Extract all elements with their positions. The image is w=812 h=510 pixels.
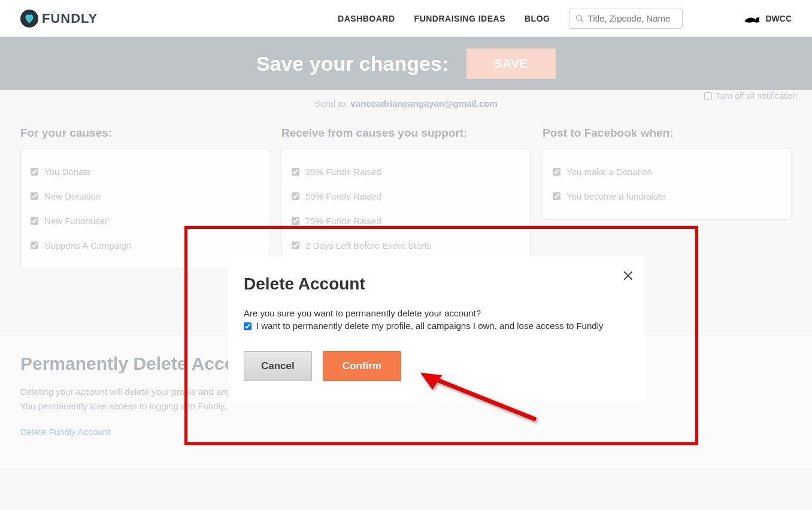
top-nav: DASHBOARD FUNDRAISING IDEAS BLOG DWCC <box>338 8 792 29</box>
search-box[interactable] <box>569 8 683 29</box>
delete-account-modal: Delete Account Are you sure you want to … <box>228 256 646 402</box>
user-name: DWCC <box>765 14 792 23</box>
modal-close-button[interactable] <box>622 270 634 284</box>
cancel-button[interactable]: Cancel <box>244 351 312 381</box>
modal-question: Are you sure you want to permanently del… <box>244 308 631 318</box>
logo-heart-icon <box>20 10 38 28</box>
nav-blog[interactable]: BLOG <box>525 14 550 23</box>
search-input[interactable] <box>588 13 677 23</box>
search-icon <box>575 14 584 23</box>
close-icon <box>622 270 634 282</box>
confirm-button[interactable]: Confirm <box>323 351 401 381</box>
modal-checkbox-label: I want to permanently delete my profile,… <box>256 321 603 331</box>
nav-fundraising-ideas[interactable]: FUNDRAISING IDEAS <box>414 14 505 23</box>
main-header: FUNDLY DASHBOARD FUNDRAISING IDEAS BLOG … <box>0 0 812 37</box>
modal-button-row: Cancel Confirm <box>244 351 631 381</box>
modal-confirm-checkbox[interactable] <box>244 322 252 330</box>
modal-confirm-checkbox-row[interactable]: I want to permanently delete my profile,… <box>244 321 631 331</box>
logo[interactable]: FUNDLY <box>20 10 98 28</box>
nav-dashboard[interactable]: DASHBOARD <box>338 14 395 23</box>
ferret-icon <box>744 13 761 24</box>
user-menu[interactable]: DWCC <box>744 13 792 24</box>
modal-title: Delete Account <box>244 274 631 294</box>
logo-text: FUNDLY <box>42 11 98 26</box>
